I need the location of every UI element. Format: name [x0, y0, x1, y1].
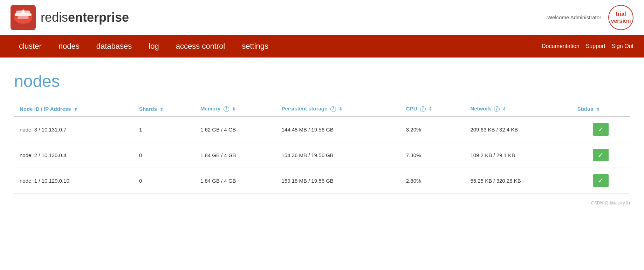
svg-rect-6: [18, 16, 29, 19]
cpu-cell: 3.20%: [400, 116, 465, 142]
nav-settings[interactable]: settings: [233, 35, 277, 58]
redis-logo-icon: [11, 5, 36, 30]
header-right: Welcome Administrator trial version: [547, 5, 633, 30]
nav-signout[interactable]: Sign Out: [612, 43, 633, 49]
memory-cell: 1.62 GB / 4 GB: [195, 116, 276, 142]
col-node-id-label: Node ID / IP Address: [20, 106, 71, 112]
logo-text: redisenterprise: [41, 10, 129, 25]
page-header: redisenterprise Welcome Administrator tr…: [0, 0, 644, 35]
col-network-label: Network: [470, 106, 491, 112]
col-persistent-storage-label: Persistent storage: [281, 106, 327, 112]
status-cell: ✓: [572, 142, 630, 168]
nav-cluster[interactable]: cluster: [11, 35, 50, 58]
col-memory-sort-icon[interactable]: ⇕: [232, 107, 235, 112]
page-title: nodes: [14, 72, 630, 91]
memory-cell: 1.84 GB / 4 GB: [195, 142, 276, 168]
col-cpu-sort-icon[interactable]: ⇕: [429, 107, 432, 112]
col-node-id-sort-icon[interactable]: ⇕: [74, 107, 77, 112]
col-status-label: Status: [577, 106, 594, 112]
col-memory-info-icon: i: [224, 106, 229, 112]
shards-cell: 0: [133, 142, 195, 168]
logo-redis: redis: [41, 10, 68, 25]
table-row: node: 2 / 10.130.0.4 0 1.84 GB / 4 GB 15…: [14, 142, 630, 168]
col-cpu[interactable]: CPU i ⇕: [400, 101, 465, 116]
network-cell: 55.25 KB / 320.28 KB: [465, 168, 571, 194]
persistent-storage-cell: 159.18 MB / 19.56 GB: [276, 168, 400, 194]
col-cpu-label: CPU: [406, 106, 417, 112]
col-memory[interactable]: Memory i ⇕: [195, 101, 276, 116]
nav-support[interactable]: Support: [586, 43, 605, 49]
col-network[interactable]: Network i ⇕: [465, 101, 571, 116]
node-id-cell: node: 2 / 10.130.0.4: [14, 142, 133, 168]
trial-line2: version: [611, 18, 631, 24]
persistent-storage-cell: 154.36 MB / 19.56 GB: [276, 142, 400, 168]
logo-area: redisenterprise: [11, 5, 129, 30]
main-content: nodes Node ID / IP Address ⇕ Shards ⇕ Me…: [0, 58, 644, 220]
col-persistent-storage-sort-icon[interactable]: ⇕: [339, 107, 342, 112]
status-cell: ✓: [572, 168, 630, 194]
table-row: node: 1 / 10.129.0.10 0 1.84 GB / 4 GB 1…: [14, 168, 630, 194]
shards-cell: 1: [133, 116, 195, 142]
col-shards[interactable]: Shards ⇕: [133, 101, 195, 116]
nav-log[interactable]: log: [140, 35, 167, 58]
table-header-row: Node ID / IP Address ⇕ Shards ⇕ Memory i…: [14, 101, 630, 116]
nav-right: Documentation Support Sign Out: [542, 43, 633, 49]
status-badge: ✓: [593, 174, 609, 187]
table-row: node: 3 / 10.131.0.7 1 1.62 GB / 4 GB 14…: [14, 116, 630, 142]
nav-nodes[interactable]: nodes: [50, 35, 88, 58]
trial-line1: trial: [616, 11, 626, 17]
svg-rect-4: [15, 13, 32, 16]
col-network-sort-icon[interactable]: ⇕: [502, 107, 506, 112]
cpu-cell: 7.30%: [400, 142, 465, 168]
footer-note: CSDN @dawnsky.liu: [14, 201, 630, 205]
col-cpu-info-icon: i: [420, 106, 426, 112]
cpu-cell: 2.80%: [400, 168, 465, 194]
nav-databases[interactable]: databases: [88, 35, 141, 58]
nav-access-control[interactable]: access control: [167, 35, 234, 58]
persistent-storage-cell: 144.48 MB / 19.56 GB: [276, 116, 400, 142]
node-id-cell: node: 1 / 10.129.0.10: [14, 168, 133, 194]
status-badge: ✓: [593, 123, 609, 136]
col-memory-label: Memory: [200, 106, 221, 112]
network-cell: 209.63 KB / 32.4 KB: [465, 116, 571, 142]
nodes-table: Node ID / IP Address ⇕ Shards ⇕ Memory i…: [14, 101, 630, 194]
col-persistent-storage[interactable]: Persistent storage i ⇕: [276, 101, 400, 116]
status-cell: ✓: [572, 116, 630, 142]
memory-cell: 1.84 GB / 4 GB: [195, 168, 276, 194]
col-persistent-storage-info-icon: i: [330, 106, 336, 112]
node-id-cell: node: 3 / 10.131.0.7: [14, 116, 133, 142]
logo-enterprise: enterprise: [68, 10, 129, 25]
col-shards-sort-icon[interactable]: ⇕: [160, 107, 163, 112]
col-node-id[interactable]: Node ID / IP Address ⇕: [14, 101, 133, 116]
network-cell: 109.2 KB / 29.1 KB: [465, 142, 571, 168]
nav-links: cluster nodes databases log access contr…: [11, 35, 542, 58]
col-status-sort-icon[interactable]: ⇕: [596, 107, 600, 112]
main-nav: cluster nodes databases log access contr…: [0, 35, 644, 58]
status-badge: ✓: [593, 149, 609, 161]
col-status[interactable]: Status ⇕: [572, 101, 630, 116]
col-shards-label: Shards: [139, 106, 157, 112]
trial-badge: trial version: [608, 5, 633, 30]
col-network-info-icon: i: [494, 106, 500, 112]
nav-documentation[interactable]: Documentation: [542, 43, 580, 49]
welcome-text: Welcome Administrator: [547, 14, 601, 20]
shards-cell: 0: [133, 168, 195, 194]
